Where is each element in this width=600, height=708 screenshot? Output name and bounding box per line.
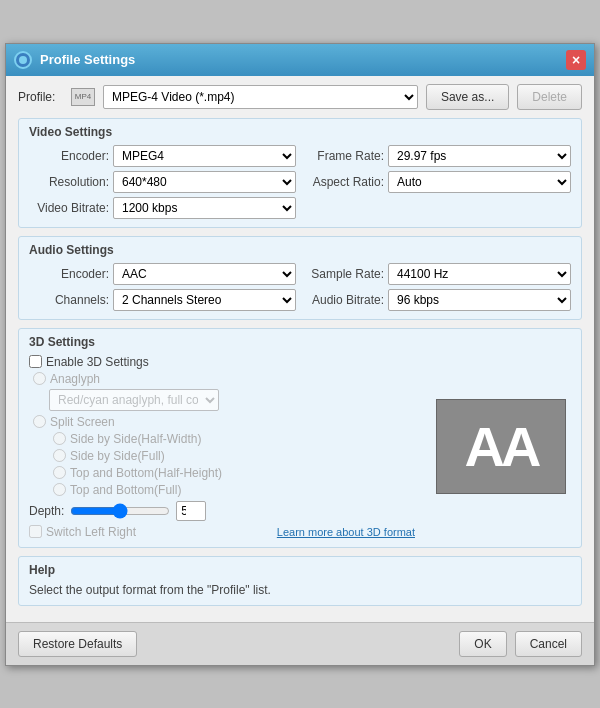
anaglyph-radio-label[interactable]: Anaglyph — [33, 372, 415, 386]
3d-settings-title: 3D Settings — [29, 335, 571, 349]
aa-preview-box: AA — [436, 399, 566, 494]
sample-rate-row: Sample Rate: 44100 Hz — [304, 263, 571, 285]
3d-content-row: Enable 3D Settings Anaglyph Red/cyan an — [29, 355, 571, 539]
window-title: Profile Settings — [40, 52, 566, 67]
app-icon — [14, 51, 32, 69]
split-screen-radio-row: Split Screen — [29, 415, 415, 429]
footer: Restore Defaults OK Cancel — [6, 622, 594, 665]
audio-encoder-row: Encoder: AAC — [29, 263, 296, 285]
aspect-ratio-row: Aspect Ratio: Auto — [304, 171, 571, 193]
resolution-label: Resolution: — [29, 175, 109, 189]
video-bitrate-label: Video Bitrate: — [29, 201, 109, 215]
split-option-0: Side by Side(Half-Width) — [49, 432, 415, 446]
aa-preview-text: AA — [465, 419, 538, 475]
cancel-button[interactable]: Cancel — [515, 631, 582, 657]
split-screen-radio[interactable] — [33, 415, 46, 428]
footer-right-buttons: OK Cancel — [459, 631, 582, 657]
channels-label: Channels: — [29, 293, 109, 307]
main-content: Profile: MP4 MPEG-4 Video (*.mp4) Save a… — [6, 76, 594, 622]
encoder-row: Encoder: MPEG4 — [29, 145, 296, 167]
sample-rate-select[interactable]: 44100 Hz — [388, 263, 571, 285]
switch-lr-label[interactable]: Switch Left Right — [29, 525, 136, 539]
split-option-1: Side by Side(Full) — [49, 449, 415, 463]
profile-select[interactable]: MPEG-4 Video (*.mp4) — [103, 85, 418, 109]
aspect-ratio-select[interactable]: Auto — [388, 171, 571, 193]
anaglyph-radio[interactable] — [33, 372, 46, 385]
delete-button[interactable]: Delete — [517, 84, 582, 110]
channels-select[interactable]: 2 Channels Stereo — [113, 289, 296, 311]
resolution-row: Resolution: 640*480 — [29, 171, 296, 193]
encoder-select[interactable]: MPEG4 — [113, 145, 296, 167]
save-as-button[interactable]: Save as... — [426, 84, 509, 110]
depth-input[interactable] — [176, 501, 206, 521]
video-bitrate-row: Video Bitrate: 1200 kbps — [29, 197, 296, 219]
audio-settings-title: Audio Settings — [29, 243, 571, 257]
video-settings-grid: Encoder: MPEG4 Frame Rate: 29.97 fps Res… — [29, 145, 571, 219]
channels-row: Channels: 2 Channels Stereo — [29, 289, 296, 311]
video-settings-title: Video Settings — [29, 125, 571, 139]
3d-left-panel: Enable 3D Settings Anaglyph Red/cyan an — [29, 355, 415, 539]
split-screen-options: Side by Side(Half-Width) Side by Side(Fu… — [49, 432, 415, 497]
anaglyph-select-row: Red/cyan anaglyph, full color — [49, 389, 415, 411]
audio-bitrate-row: Audio Bitrate: 96 kbps — [304, 289, 571, 311]
split-option-2: Top and Bottom(Half-Height) — [49, 466, 415, 480]
anaglyph-radio-row: Anaglyph — [29, 372, 415, 386]
split-full-radio[interactable] — [53, 449, 66, 462]
learn-more-link[interactable]: Learn more about 3D format — [277, 526, 415, 538]
frame-rate-select[interactable]: 29.97 fps — [388, 145, 571, 167]
encoder-label: Encoder: — [29, 149, 109, 163]
audio-bitrate-select[interactable]: 96 kbps — [388, 289, 571, 311]
restore-defaults-button[interactable]: Restore Defaults — [18, 631, 137, 657]
enable-3d-row: Enable 3D Settings — [29, 355, 415, 369]
video-settings-section: Video Settings Encoder: MPEG4 Frame Rate… — [18, 118, 582, 228]
split-screen-radio-label[interactable]: Split Screen — [33, 415, 415, 429]
split-option-3: Top and Bottom(Full) — [49, 483, 415, 497]
enable-3d-checkbox[interactable] — [29, 355, 42, 368]
ok-button[interactable]: OK — [459, 631, 506, 657]
enable-3d-label[interactable]: Enable 3D Settings — [29, 355, 415, 369]
help-text: Select the output format from the "Profi… — [29, 583, 571, 597]
help-section: Help Select the output format from the "… — [18, 556, 582, 606]
split-top-full-radio[interactable] — [53, 483, 66, 496]
depth-row: Depth: — [29, 501, 415, 521]
resolution-select[interactable]: 640*480 — [113, 171, 296, 193]
split-top-half-radio[interactable] — [53, 466, 66, 479]
split-half-width-radio[interactable] — [53, 432, 66, 445]
audio-encoder-label: Encoder: — [29, 267, 109, 281]
audio-settings-grid: Encoder: AAC Sample Rate: 44100 Hz Chann… — [29, 263, 571, 311]
help-title: Help — [29, 563, 571, 577]
audio-encoder-select[interactable]: AAC — [113, 263, 296, 285]
anaglyph-type-select[interactable]: Red/cyan anaglyph, full color — [49, 389, 219, 411]
aa-preview-panel: AA — [431, 355, 571, 539]
switch-lr-checkbox[interactable] — [29, 525, 42, 538]
audio-settings-section: Audio Settings Encoder: AAC Sample Rate:… — [18, 236, 582, 320]
profile-settings-window: Profile Settings × Profile: MP4 MPEG-4 V… — [5, 43, 595, 666]
aspect-ratio-label: Aspect Ratio: — [304, 175, 384, 189]
title-bar: Profile Settings × — [6, 44, 594, 76]
profile-row: Profile: MP4 MPEG-4 Video (*.mp4) Save a… — [18, 84, 582, 110]
3d-settings-section: 3D Settings Enable 3D Settings A — [18, 328, 582, 548]
video-bitrate-select[interactable]: 1200 kbps — [113, 197, 296, 219]
sample-rate-label: Sample Rate: — [304, 267, 384, 281]
profile-format-icon: MP4 — [71, 88, 95, 106]
profile-label: Profile: — [18, 90, 63, 104]
depth-slider[interactable] — [70, 504, 170, 518]
frame-rate-label: Frame Rate: — [304, 149, 384, 163]
switch-row: Switch Left Right Learn more about 3D fo… — [29, 525, 415, 539]
frame-rate-row: Frame Rate: 29.97 fps — [304, 145, 571, 167]
depth-label: Depth: — [29, 504, 64, 518]
audio-bitrate-label: Audio Bitrate: — [304, 293, 384, 307]
close-button[interactable]: × — [566, 50, 586, 70]
